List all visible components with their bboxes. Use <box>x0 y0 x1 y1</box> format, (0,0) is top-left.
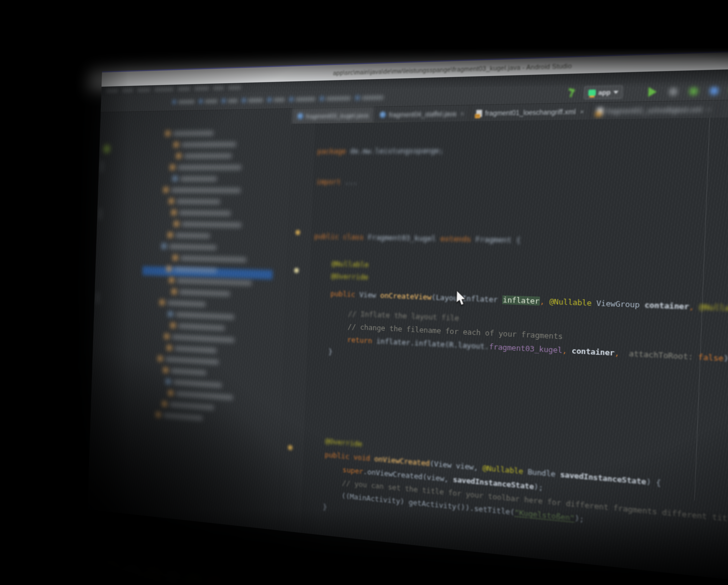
project-tree-row[interactable] <box>167 232 210 239</box>
dock-icon-3[interactable] <box>79 555 99 575</box>
code-token: } <box>328 347 333 356</box>
file-icon <box>163 367 168 373</box>
project-tree-row[interactable] <box>169 277 252 286</box>
file-name-smudge <box>173 131 213 135</box>
file-name-smudge <box>171 188 241 193</box>
close-icon[interactable]: × <box>460 110 464 117</box>
code-token: de.mw.leistungsspange; <box>346 146 444 155</box>
file-icon <box>167 345 172 350</box>
breadcrumb[interactable] <box>222 98 238 104</box>
breadcrumb[interactable] <box>355 94 384 101</box>
run-button-icon[interactable] <box>648 87 657 97</box>
project-tool-window[interactable] <box>87 109 293 530</box>
code-token: @Nullable <box>699 302 728 313</box>
menu-item-smudge[interactable] <box>122 88 133 93</box>
project-tree-row[interactable] <box>163 187 241 193</box>
project-tree-row[interactable] <box>172 288 230 297</box>
project-tree-row[interactable] <box>176 153 232 159</box>
project-tree-row[interactable] <box>171 322 225 331</box>
breadcrumb[interactable] <box>199 98 218 104</box>
breadcrumb[interactable] <box>319 95 351 102</box>
run-configuration-select[interactable]: app <box>584 85 623 100</box>
editor-tab[interactable]: fragment04_staffel.java× <box>374 105 471 123</box>
editor-tab[interactable]: fragment03_kugel.java <box>292 107 375 124</box>
code-token: @Nullable <box>549 297 592 307</box>
dock-icon-2[interactable] <box>58 550 78 570</box>
code-token: public <box>330 289 355 299</box>
run-with-coverage-icon[interactable] <box>710 86 719 95</box>
project-tree-row[interactable] <box>174 141 236 148</box>
code-editor[interactable]: package de.mw.leistungsspange;import ...… <box>301 115 728 585</box>
override-gutter-icon[interactable] <box>294 268 299 273</box>
file-name-smudge <box>170 402 214 410</box>
dock-icon-firefox[interactable] <box>203 579 225 585</box>
class-gutter-icon[interactable] <box>295 230 301 235</box>
code-line: package de.mw.leistungsspange; <box>317 146 444 156</box>
project-tree-row[interactable] <box>160 299 206 307</box>
project-tree-row[interactable] <box>168 311 234 320</box>
android-app-icon <box>588 90 596 96</box>
menu-item-smudge[interactable] <box>137 88 151 92</box>
code-token: @Override <box>325 437 362 448</box>
project-tree-row[interactable] <box>167 345 217 354</box>
code-line: } <box>323 502 327 512</box>
file-icon <box>169 278 174 283</box>
debug-icon[interactable] <box>689 87 698 95</box>
close-icon[interactable]: × <box>580 108 584 115</box>
project-tree-row[interactable] <box>165 130 214 136</box>
project-tree-row[interactable] <box>172 209 231 216</box>
project-tree-row[interactable] <box>163 367 206 376</box>
menu-item-smudge[interactable] <box>194 86 209 91</box>
dock-icon-7[interactable] <box>162 571 182 585</box>
photo-of-monitor: app\src\main\java\de\mw\leistungsspange\… <box>0 0 728 585</box>
code-token: return <box>347 335 372 345</box>
code-token: package <box>317 147 346 155</box>
file-name-smudge <box>176 391 233 400</box>
build-hammer-icon[interactable] <box>567 88 577 98</box>
code-token: savedInstanceState <box>560 470 646 486</box>
tool-stripe-smudge <box>98 208 103 220</box>
project-tree-row[interactable] <box>156 411 203 421</box>
file-name-smudge <box>181 256 246 262</box>
file-icon <box>168 311 173 316</box>
project-tree-row[interactable] <box>161 243 217 250</box>
project-tree-row[interactable] <box>164 333 235 343</box>
dock-icon-6[interactable] <box>141 567 162 585</box>
breadcrumb[interactable] <box>289 96 315 102</box>
project-tree-row[interactable] <box>162 401 214 410</box>
menu-item-smudge[interactable] <box>154 87 174 92</box>
menu-item-smudge[interactable] <box>178 87 190 91</box>
project-tree-row[interactable] <box>168 390 233 401</box>
project-tree-row[interactable] <box>173 176 217 181</box>
run-configuration-label: app <box>598 88 610 96</box>
breadcrumb[interactable] <box>242 97 263 103</box>
file-name-smudge <box>167 301 206 306</box>
dock-icon-1[interactable] <box>36 546 54 564</box>
file-icon <box>160 300 164 305</box>
project-tree-row[interactable] <box>169 198 220 205</box>
code-token: ); <box>575 513 584 524</box>
project-tree-row[interactable] <box>165 378 222 388</box>
project-tree-row[interactable] <box>173 255 246 263</box>
code-token: super <box>342 465 363 476</box>
code-token: ... <box>341 177 358 186</box>
dock-icon-chrome[interactable] <box>182 575 204 585</box>
file-name-smudge <box>171 368 206 375</box>
tab-label: fragment04_staffel.java <box>389 110 457 118</box>
editor-tab[interactable]: fragment01_loeschangriff.xml× <box>470 103 591 121</box>
breadcrumb[interactable] <box>267 97 285 103</box>
project-tree-row[interactable] <box>170 164 241 170</box>
dock-icon-9[interactable] <box>224 583 243 585</box>
dock-icon-4[interactable] <box>100 559 121 580</box>
settings-icon[interactable] <box>669 87 678 96</box>
menu-item-smudge[interactable] <box>213 86 224 90</box>
override-gutter-icon[interactable] <box>288 445 293 451</box>
breadcrumb[interactable] <box>172 99 195 105</box>
project-tree-row[interactable] <box>158 355 219 365</box>
project-tree-row[interactable] <box>174 221 242 228</box>
close-icon[interactable]: × <box>707 105 711 113</box>
menu-item-smudge[interactable] <box>228 85 241 90</box>
dock-icon-5[interactable] <box>121 563 142 584</box>
menu-item-smudge[interactable] <box>106 89 118 93</box>
editor-tab[interactable]: fragment02_schnelligkeit.xml× <box>591 101 719 120</box>
